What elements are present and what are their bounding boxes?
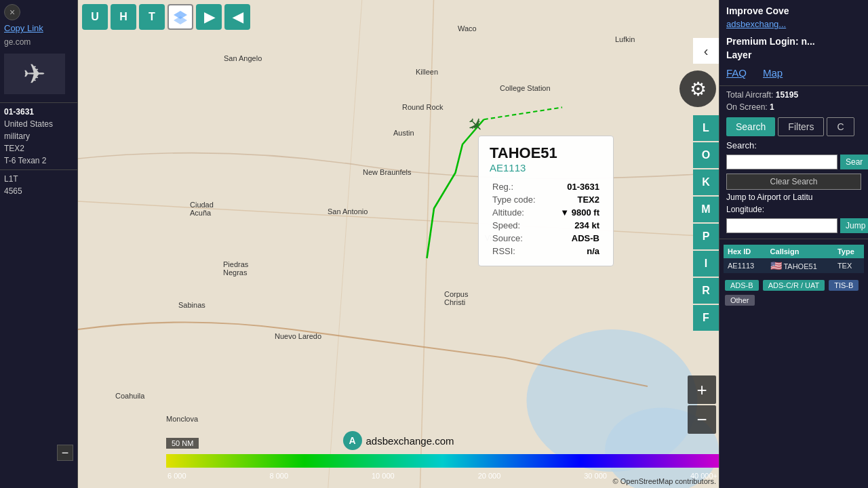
improve-coverage-link[interactable]: Improve Cove bbox=[719, 0, 868, 19]
side-buttons: L O K M P I R F bbox=[693, 115, 719, 331]
country: United States bbox=[0, 118, 77, 130]
t-button[interactable]: T bbox=[139, 4, 165, 30]
popup-speed-value: 234 kt bbox=[551, 219, 602, 232]
divider2 bbox=[0, 169, 77, 170]
jump-label: Jump to Airport or Latitu bbox=[719, 191, 868, 203]
side-btn-k[interactable]: K bbox=[693, 169, 719, 195]
popup-callsign: TAHOE51 bbox=[490, 144, 602, 162]
jump-input-row: Jump bbox=[719, 216, 868, 236]
divider bbox=[0, 102, 77, 103]
label-30000: 30 000 bbox=[584, 472, 607, 480]
popup-source-label: Source: bbox=[490, 232, 551, 245]
aircraft-silhouette-icon: ✈ bbox=[23, 58, 46, 89]
minus-button[interactable]: − bbox=[57, 445, 73, 461]
total-aircraft-row: Total Aircraft: 15195 bbox=[719, 89, 868, 101]
label-40000: 40 000+ bbox=[690, 472, 717, 480]
faq-link[interactable]: FAQ bbox=[726, 67, 747, 79]
jump-input[interactable] bbox=[726, 218, 837, 233]
layers-button[interactable] bbox=[167, 4, 193, 30]
zoom-in-button[interactable]: + bbox=[688, 375, 716, 404]
map-toolbar: U H T ▶ ◀ bbox=[82, 4, 250, 30]
popup-reg-value: 01-3631 bbox=[551, 180, 602, 193]
next-button[interactable]: ▶ bbox=[196, 4, 222, 30]
clear-search-button[interactable]: Clear Search bbox=[726, 174, 861, 190]
zoom-out-button[interactable]: − bbox=[688, 405, 716, 434]
aircraft-name: T-6 Texan 2 bbox=[0, 155, 77, 167]
aircraft-table: Hex ID Callsign Type AE1113 🇺🇸 TAHOE51 T… bbox=[724, 245, 864, 273]
map-canvas bbox=[78, 0, 719, 488]
popup-hex: AE1113 bbox=[490, 162, 602, 174]
right-panel: Improve Cove adsbexchang... Premium Logi… bbox=[719, 0, 868, 488]
close-button[interactable]: × bbox=[4, 4, 20, 20]
badge-other: Other bbox=[725, 295, 755, 306]
left-sidebar: × Copy Link ge.com ✈ 01-3631 United Stat… bbox=[0, 0, 78, 488]
layer-link[interactable]: Layer bbox=[719, 49, 868, 64]
popup-source-value: ADS-B bbox=[551, 232, 602, 245]
side-btn-p[interactable]: P bbox=[693, 224, 719, 249]
copy-link[interactable]: Copy Link bbox=[0, 20, 77, 36]
back-arrow-button[interactable]: ‹ bbox=[693, 38, 719, 64]
badge-tisb: TIS-B bbox=[829, 280, 859, 291]
search-tab[interactable]: Search bbox=[726, 117, 775, 136]
adsbx-logo: A bbox=[342, 431, 361, 450]
aircraft-image: ✈ bbox=[4, 54, 65, 94]
other-tab[interactable]: C bbox=[827, 117, 854, 136]
category: military bbox=[0, 130, 77, 142]
color-bar bbox=[166, 454, 719, 468]
badge-adsc: ADS-C/R / UAT bbox=[763, 280, 825, 291]
jump-button[interactable]: Jump bbox=[840, 218, 868, 233]
u-button[interactable]: U bbox=[82, 4, 108, 30]
popup-reg-label: Reg.: bbox=[490, 180, 551, 193]
squawk: L1T bbox=[0, 173, 77, 185]
side-btn-o[interactable]: O bbox=[693, 142, 719, 168]
cell-callsign: 🇺🇸 TAHOE51 bbox=[766, 258, 833, 273]
side-btn-m[interactable]: M bbox=[693, 197, 719, 222]
col-type[interactable]: Type bbox=[833, 245, 864, 258]
rp-divider2 bbox=[719, 239, 868, 239]
search-button[interactable]: Sear bbox=[840, 155, 868, 169]
popup-type-label: Type code: bbox=[490, 193, 551, 206]
badge-adsb: ADS-B bbox=[725, 280, 759, 291]
adsbx-label: A adsbexchange.com bbox=[342, 431, 454, 450]
color-bar-labels: 6 000 8 000 10 000 20 000 30 000 40 000+ bbox=[166, 472, 719, 480]
reg-number: 01-3631 bbox=[0, 106, 77, 118]
label-8000: 8 000 bbox=[270, 472, 289, 480]
search-input[interactable] bbox=[726, 155, 837, 169]
search-label: Search: bbox=[719, 139, 868, 152]
settings-gear-button[interactable]: ⚙ bbox=[679, 70, 716, 107]
popup-alt-value: ▼ 9800 ft bbox=[551, 206, 602, 219]
side-btn-i[interactable]: I bbox=[693, 251, 719, 277]
label-20000: 20 000 bbox=[478, 472, 501, 480]
popup-table: Reg.: 01-3631 Type code: TEX2 Altitude: … bbox=[490, 180, 602, 258]
source-row: ADS-B ADS-C/R / UAT TIS-B Other bbox=[719, 276, 868, 310]
popup-rssi-label: RSSI: bbox=[490, 245, 551, 258]
svg-marker-8 bbox=[174, 16, 187, 24]
premium-login-link[interactable]: Premium Login: n... bbox=[719, 33, 868, 49]
zoom-buttons: + − bbox=[688, 375, 716, 434]
side-btn-l[interactable]: L bbox=[693, 115, 719, 141]
map-link[interactable]: Map bbox=[763, 67, 783, 79]
on-screen-row: On Screen: 1 bbox=[719, 101, 868, 113]
popup-alt-label: Altitude: bbox=[490, 206, 551, 219]
table-row[interactable]: AE1113 🇺🇸 TAHOE51 TEX bbox=[724, 258, 864, 273]
adsbx-domain: adsbexchange.com bbox=[366, 435, 454, 447]
filters-tab[interactable]: Filters bbox=[778, 117, 824, 136]
label-6000: 6 000 bbox=[167, 472, 186, 480]
side-btn-f[interactable]: F bbox=[693, 305, 719, 331]
map-area[interactable]: Waco San Angelo Killeen Round Rock Colle… bbox=[78, 0, 719, 488]
prev-button[interactable]: ◀ bbox=[224, 4, 250, 30]
h-button[interactable]: H bbox=[111, 4, 136, 30]
col-callsign[interactable]: Callsign bbox=[766, 245, 833, 258]
altitude-left: 4565 bbox=[0, 185, 77, 197]
type-code: TEX2 bbox=[0, 142, 77, 155]
side-btn-r[interactable]: R bbox=[693, 278, 719, 304]
cell-type: TEX bbox=[833, 258, 864, 273]
aircraft-popup: TAHOE51 AE1113 Reg.: 01-3631 Type code: … bbox=[478, 136, 614, 266]
adsbx-domain-link[interactable]: adsbexchang... bbox=[719, 19, 868, 33]
label-10000: 10 000 bbox=[372, 472, 395, 480]
popup-speed-label: Speed: bbox=[490, 219, 551, 232]
longitude-label: Longitude: bbox=[719, 203, 868, 216]
col-hex-id[interactable]: Hex ID bbox=[724, 245, 766, 258]
cell-hex: AE1113 bbox=[724, 258, 766, 273]
faq-map-row: FAQ Map bbox=[719, 64, 868, 83]
